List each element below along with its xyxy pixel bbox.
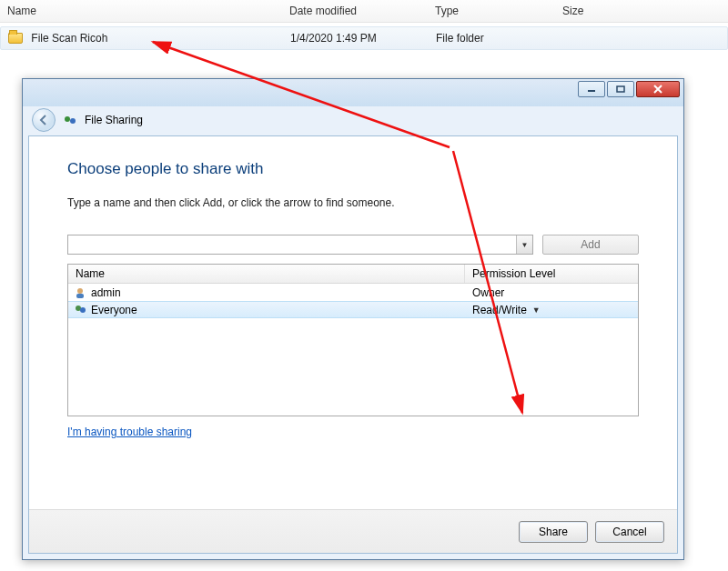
close-icon: [652, 85, 663, 94]
minimize-icon: [587, 85, 596, 93]
combobox-dropdown-button[interactable]: ▼: [516, 235, 532, 254]
share-button[interactable]: Share: [519, 521, 588, 543]
back-button[interactable]: [32, 108, 56, 132]
chevron-down-icon: ▼: [532, 306, 541, 315]
svg-rect-5: [76, 294, 84, 298]
permission-cell: Owner: [465, 286, 638, 299]
close-button[interactable]: [636, 81, 680, 97]
explorer-row-file-scan-ricoh[interactable]: File Scan Ricoh 1/4/2020 1:49 PM File fo…: [0, 26, 728, 50]
list-row[interactable]: EveryoneRead/Write▼: [68, 301, 638, 318]
folder-icon: [8, 33, 23, 44]
trouble-sharing-link[interactable]: I'm having trouble sharing: [67, 426, 192, 438]
column-header-date[interactable]: Date modified: [282, 1, 428, 21]
back-arrow-icon: [37, 114, 50, 126]
list-row-name: Everyone: [91, 304, 137, 316]
chevron-down-icon: ▼: [521, 241, 529, 249]
explorer-column-header: Name Date modified Type Size: [0, 0, 728, 23]
svg-rect-1: [617, 86, 624, 92]
column-header-size[interactable]: Size: [555, 1, 664, 21]
svg-rect-0: [588, 90, 595, 92]
permission-cell[interactable]: Read/Write▼: [465, 304, 638, 316]
dialog-body: Choose people to share with Type a name …: [28, 135, 678, 554]
user-icon: [74, 286, 86, 299]
list-header-permission[interactable]: Permission Level: [465, 265, 638, 283]
dialog-footer: Share Cancel: [29, 509, 677, 553]
file-sharing-dialog: File Sharing Choose people to share with…: [22, 78, 684, 560]
file-size: [556, 35, 665, 42]
column-header-name[interactable]: Name: [0, 1, 282, 21]
svg-point-3: [70, 118, 76, 124]
dialog-title: Choose people to share with: [67, 160, 639, 178]
maximize-button[interactable]: [607, 81, 634, 97]
maximize-icon: [616, 85, 625, 93]
permission-value: Read/Write: [472, 304, 527, 316]
svg-point-2: [65, 116, 70, 122]
group-icon: [74, 304, 86, 316]
dialog-header: File Sharing: [23, 106, 683, 134]
file-sharing-icon: [63, 113, 77, 127]
svg-point-7: [80, 307, 86, 313]
file-name: File Scan Ricoh: [31, 32, 107, 45]
cancel-button[interactable]: Cancel: [595, 521, 664, 543]
people-input[interactable]: [68, 235, 516, 254]
add-button[interactable]: Add: [542, 235, 639, 255]
dialog-header-label: File Sharing: [85, 114, 143, 126]
permission-value: Owner: [472, 286, 504, 299]
file-type: File folder: [429, 28, 556, 48]
people-combobox[interactable]: ▼: [67, 235, 533, 255]
share-list: Name Permission Level adminOwnerEveryone…: [67, 264, 639, 416]
list-row-name: admin: [91, 286, 121, 299]
list-header-name[interactable]: Name: [68, 265, 465, 283]
file-date: 1/4/2020 1:49 PM: [283, 28, 429, 48]
list-row[interactable]: adminOwner: [68, 284, 638, 301]
column-header-type[interactable]: Type: [428, 1, 555, 21]
dialog-subtitle: Type a name and then click Add, or click…: [67, 196, 639, 209]
titlebar[interactable]: [23, 79, 683, 106]
svg-point-4: [77, 288, 83, 294]
minimize-button[interactable]: [578, 81, 605, 97]
